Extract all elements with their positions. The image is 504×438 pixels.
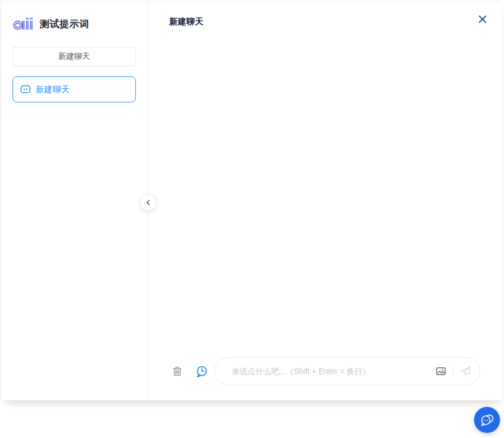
chat-bubble-icon	[20, 85, 31, 94]
chat-header: 新建聊天	[148, 2, 502, 41]
composer-bar	[148, 357, 502, 385]
logo-row: 测试提示词	[12, 16, 136, 31]
chat-bubbles-icon	[480, 413, 494, 427]
sidebar-collapse-button[interactable]	[140, 195, 156, 211]
chat-history-clock-icon	[195, 365, 208, 378]
chat-window: 测试提示词 新建聊天 新建聊天 新建聊天	[1, 1, 502, 401]
chat-list-item-label: 新建聊天	[36, 84, 70, 95]
chat-list-item-active[interactable]: 新建聊天	[12, 76, 136, 102]
floating-chat-button[interactable]	[474, 407, 500, 433]
new-chat-button-label: 新建聊天	[58, 51, 90, 62]
app-title: 测试提示词	[40, 18, 89, 31]
clear-chat-button[interactable]	[172, 366, 183, 377]
chat-main: 新建聊天	[148, 2, 502, 400]
close-button[interactable]	[475, 11, 490, 27]
image-icon	[435, 366, 446, 377]
composer-divider	[453, 367, 454, 376]
chat-header-title: 新建聊天	[169, 16, 203, 27]
trash-icon	[172, 366, 183, 377]
composer-actions	[435, 366, 471, 377]
history-button[interactable]	[195, 365, 208, 378]
ai-logo-icon	[12, 16, 34, 31]
chevron-left-icon	[144, 199, 152, 207]
sidebar: 测试提示词 新建聊天 新建聊天	[1, 2, 148, 400]
message-input-wrapper	[214, 357, 480, 385]
upload-image-button[interactable]	[435, 366, 446, 377]
new-chat-button[interactable]: 新建聊天	[12, 47, 136, 66]
send-button[interactable]	[460, 366, 471, 377]
paper-plane-icon	[460, 366, 471, 377]
close-icon	[478, 15, 487, 24]
